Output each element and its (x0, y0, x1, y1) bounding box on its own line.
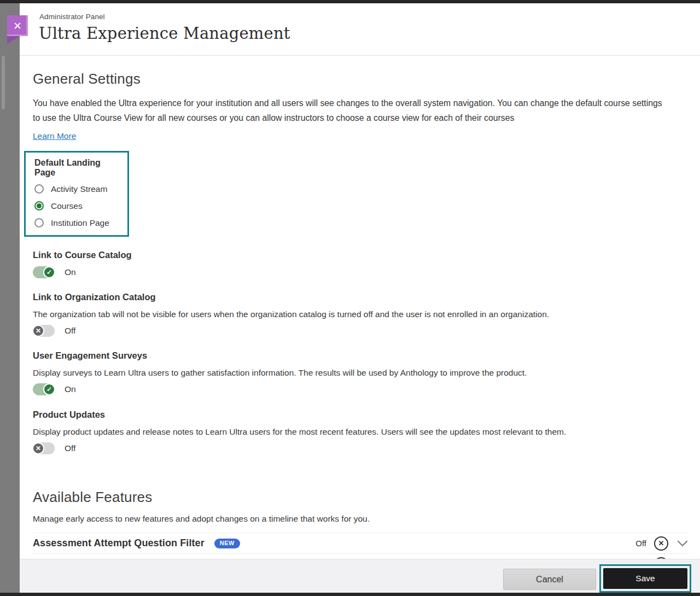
window-bottom-border (0, 593, 700, 596)
link-to-course-catalog-label: Link to Course Catalog (33, 250, 689, 260)
link-to-organization-catalog-label: Link to Organization Catalog (33, 292, 689, 302)
breadcrumb: Administrator Panel (39, 13, 105, 21)
close-icon: ✕ (13, 21, 22, 31)
radio-circle-icon (34, 184, 44, 194)
organization-catalog-description: The organization tab will not be visible… (33, 308, 689, 320)
toggle-state-label: Off (65, 443, 75, 453)
chevron-down-icon[interactable] (676, 539, 689, 548)
course-catalog-toggle[interactable]: ✓ (33, 266, 55, 278)
toggle-check-icon: ✓ (43, 266, 55, 278)
save-button[interactable]: Save (603, 568, 687, 589)
x-glyph: ✕ (658, 539, 664, 547)
background-page-strip (0, 3, 20, 593)
scrollbar-thumb[interactable] (2, 56, 5, 109)
user-engagement-surveys-label: User Engagement Surveys (33, 350, 689, 361)
new-badge: NEW (214, 539, 240, 548)
product-updates-toggle[interactable]: ✕ (33, 442, 55, 454)
learn-more-link[interactable]: Learn More (33, 131, 76, 141)
available-features-heading: Available Features (33, 489, 689, 506)
available-features-description: Manage early access to new features and … (33, 514, 689, 524)
toggle-x-icon: ✕ (32, 442, 44, 454)
surveys-toggle[interactable]: ✓ (33, 383, 55, 395)
close-button-ribbon-fold (7, 36, 20, 44)
panel-header: Administrator Panel Ultra Experience Man… (20, 3, 700, 56)
feature-off-circle-x-icon[interactable]: ✕ (654, 536, 668, 551)
radio-circle-selected-icon (34, 201, 44, 211)
radio-institution-page[interactable]: Institution Page (34, 217, 120, 229)
default-landing-page-group: Default Landing Page Activity Stream Cou… (24, 151, 129, 237)
radio-label: Activity Stream (51, 184, 107, 194)
feature-state-label: Off (635, 539, 646, 548)
toggle-state-label: On (65, 384, 76, 394)
radio-circle-icon (34, 218, 44, 227)
toggle-x-icon: ✕ (32, 325, 44, 337)
product-updates-toggle-row: ✕ Off (33, 442, 689, 454)
radio-label: Courses (51, 201, 83, 211)
product-updates-description: Display product updates and release note… (33, 426, 689, 437)
feature-label: Assessment Attempt Question Filter (33, 537, 205, 549)
main-content: General Settings You have enabled the Ul… (20, 56, 700, 559)
radio-activity-stream[interactable]: Activity Stream (34, 183, 120, 195)
toggle-state-label: Off (65, 326, 75, 336)
window-top-border (0, 0, 700, 3)
footer-action-bar: Cancel Save (20, 559, 700, 593)
toggle-state-label: On (65, 267, 76, 277)
product-updates-label: Product Updates (33, 410, 689, 420)
surveys-toggle-row: ✓ On (33, 383, 689, 395)
admin-panel-screen: Administrator Panel Ultra Experience Man… (0, 0, 700, 596)
default-landing-page-label: Default Landing Page (34, 158, 120, 178)
radio-label: Institution Page (51, 218, 109, 228)
general-settings-description: You have enabled the Ultra experience fo… (33, 96, 664, 125)
page-title: Ultra Experience Management (39, 24, 290, 43)
surveys-description: Display surveys to Learn Ultra users to … (33, 367, 689, 378)
save-button-highlight-box: Save (599, 564, 691, 593)
course-catalog-toggle-row: ✓ On (33, 266, 689, 278)
feature-row-assessment-attempt-question-filter: Assessment Attempt Question Filter NEW O… (33, 533, 689, 554)
radio-courses[interactable]: Courses (34, 200, 120, 212)
close-button[interactable]: ✕ (7, 15, 28, 36)
general-settings-heading: General Settings (33, 71, 689, 87)
organization-catalog-toggle-row: ✕ Off (33, 325, 689, 337)
cancel-button[interactable]: Cancel (503, 569, 596, 590)
organization-catalog-toggle[interactable]: ✕ (33, 325, 55, 337)
toggle-check-icon: ✓ (43, 383, 55, 395)
